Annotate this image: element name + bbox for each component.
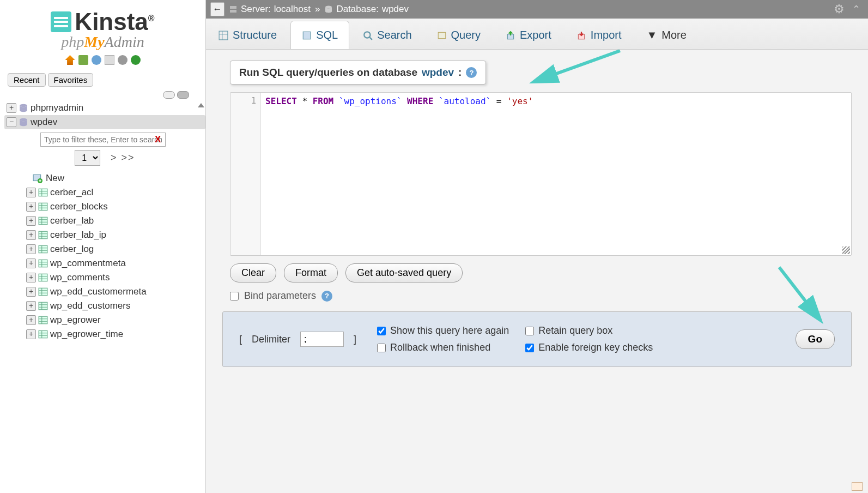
reload-icon[interactable]	[131, 55, 141, 65]
table-filter-input[interactable]	[40, 133, 166, 147]
expand-icon[interactable]: +	[26, 273, 36, 282]
table-icon	[38, 329, 48, 339]
table-label: wp_comments	[50, 272, 110, 283]
fk-option[interactable]: Enable foreign key checks	[525, 342, 653, 353]
expand-icon[interactable]: +	[26, 301, 36, 311]
tab-search[interactable]: Search	[351, 21, 423, 49]
sql-panel: Run SQL query/queries on database wpdev …	[206, 50, 868, 493]
rollback-checkbox[interactable]	[377, 344, 386, 352]
collapse-all-icon[interactable]	[163, 91, 175, 99]
tab-query-label: Query	[451, 29, 481, 41]
code-keyword: WHERE	[407, 96, 433, 106]
expand-icon[interactable]: +	[26, 329, 36, 339]
back-button[interactable]: ←	[210, 2, 224, 16]
pager-next[interactable]: > >>	[111, 152, 135, 163]
expand-icon[interactable]: +	[26, 202, 36, 212]
editor-gutter: 1	[230, 93, 261, 255]
expand-icon[interactable]: +	[26, 287, 36, 297]
clear-filter-icon[interactable]: X	[155, 134, 161, 145]
tab-query[interactable]: Query	[426, 21, 492, 49]
retain-option[interactable]: Retain query box	[525, 325, 653, 336]
console-toggle[interactable]	[852, 482, 863, 491]
svg-rect-4	[39, 189, 47, 196]
tree-table-wp_egrower[interactable]: +wp_egrower	[4, 313, 205, 327]
tree-mini-toolbar	[0, 90, 205, 101]
svg-rect-13	[39, 316, 47, 324]
link-icon[interactable]	[177, 91, 189, 99]
expand-icon[interactable]: +	[26, 315, 36, 325]
expand-icon[interactable]: +	[26, 188, 36, 197]
expand-icon[interactable]: +	[26, 216, 36, 226]
tab-sql[interactable]: SQL	[290, 21, 349, 49]
tree-table-wp_edd_customermeta[interactable]: +wp_edd_customermeta	[4, 285, 205, 299]
breadcrumb-database[interactable]: Database: wpdev	[324, 4, 409, 15]
tree-table-cerber_lab[interactable]: +cerber_lab	[4, 214, 205, 228]
logout-icon[interactable]	[78, 55, 88, 65]
tree-table-wp_comments[interactable]: +wp_comments	[4, 270, 205, 285]
svg-rect-19	[303, 32, 311, 39]
query-icon	[437, 31, 447, 40]
collapse-top-icon[interactable]: ⌃	[852, 3, 860, 15]
tab-export[interactable]: Export	[494, 21, 563, 49]
show-again-checkbox[interactable]	[377, 327, 386, 335]
tree-table-cerber_lab_ip[interactable]: +cerber_lab_ip	[4, 228, 205, 242]
tree-pager: 1 > >>	[4, 150, 205, 166]
tree-db-phpmyadmin[interactable]: + phpmyadmin	[4, 101, 205, 115]
autosaved-button[interactable]: Get auto-saved query	[345, 263, 463, 282]
favorites-button[interactable]: Favorites	[48, 73, 94, 87]
tree-table-cerber_blocks[interactable]: +cerber_blocks	[4, 200, 205, 214]
server-icon	[229, 5, 238, 14]
help-icon[interactable]: ?	[321, 291, 332, 302]
resize-handle[interactable]	[842, 246, 850, 254]
tree-table-wp_edd_customers[interactable]: +wp_edd_customers	[4, 299, 205, 313]
tab-import[interactable]: Import	[565, 21, 633, 49]
database-icon	[19, 117, 28, 127]
expand-icon[interactable]: +	[7, 103, 16, 113]
gear-icon[interactable]: ⚙	[834, 2, 845, 16]
docs-icon[interactable]	[92, 55, 101, 65]
table-label: cerber_lab	[50, 215, 94, 226]
clear-button[interactable]: Clear	[230, 263, 276, 282]
tree-table-cerber_log[interactable]: +cerber_log	[4, 242, 205, 256]
svg-point-20	[364, 32, 370, 38]
collapse-icon[interactable]: −	[7, 117, 16, 127]
tab-more[interactable]: ▼ More	[635, 21, 698, 49]
retain-checkbox[interactable]	[525, 327, 534, 335]
home-icon[interactable]	[65, 55, 75, 65]
bind-parameters-checkbox[interactable]	[230, 292, 239, 300]
sql-editor[interactable]: 1 SELECT * FROM `wp_options` WHERE `auto…	[230, 92, 852, 256]
delimiter-input[interactable]	[300, 332, 344, 347]
tab-structure[interactable]: Structure	[207, 21, 288, 49]
help-icon[interactable]: ?	[466, 67, 477, 78]
fk-label: Enable foreign key checks	[538, 342, 653, 353]
expand-icon[interactable]: +	[26, 244, 36, 254]
sidebar-toolbar	[5, 51, 200, 69]
rollback-option[interactable]: Rollback when finished	[377, 342, 509, 353]
format-button[interactable]: Format	[284, 263, 338, 282]
svg-rect-21	[438, 32, 446, 38]
svg-rect-9	[39, 260, 47, 267]
tree-table-wp_commentmeta[interactable]: +wp_commentmeta	[4, 256, 205, 270]
db-tree[interactable]: + phpmyadmin − wpdev X 1 > >>	[0, 101, 205, 493]
expand-icon[interactable]: +	[26, 258, 36, 268]
go-button[interactable]: Go	[796, 329, 835, 349]
footer-options: Show this query here again Retain query …	[377, 325, 653, 353]
sql-docs-icon[interactable]	[105, 55, 114, 65]
recent-button[interactable]: Recent	[8, 73, 46, 87]
editor-code[interactable]: SELECT * FROM `wp_options` WHERE `autolo…	[261, 93, 851, 255]
settings-icon[interactable]	[118, 55, 128, 65]
delimiter-bracket-open: [	[239, 334, 242, 345]
tab-import-label: Import	[591, 29, 622, 41]
table-icon	[38, 258, 48, 268]
scroll-up-icon[interactable]	[198, 103, 204, 107]
show-again-option[interactable]: Show this query here again	[377, 325, 509, 336]
bind-parameters-row: Bind parameters ?	[230, 290, 852, 302]
fk-checkbox[interactable]	[525, 344, 534, 352]
page-select[interactable]: 1	[75, 150, 100, 166]
tree-table-cerber_acl[interactable]: +cerber_acl	[4, 185, 205, 200]
tree-table-wp_egrower_time[interactable]: +wp_egrower_time	[4, 327, 205, 341]
new-table-link[interactable]: New	[33, 171, 205, 185]
tree-db-wpdev[interactable]: − wpdev	[4, 115, 205, 129]
breadcrumb-server[interactable]: Server: localhost	[229, 4, 311, 15]
expand-icon[interactable]: +	[26, 230, 36, 240]
